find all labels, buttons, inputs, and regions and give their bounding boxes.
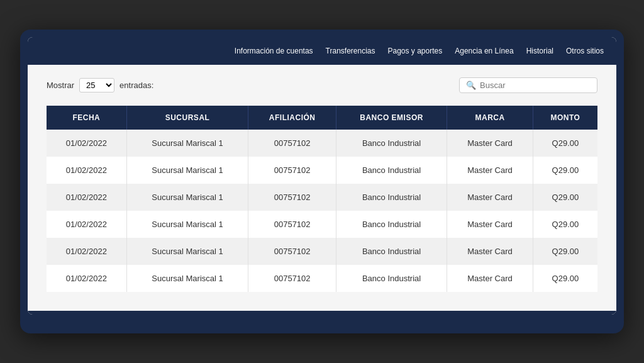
table-cell: 00757102 [248, 211, 336, 238]
table-cell: Banco Industrial [336, 238, 447, 265]
table-cell: 01/02/2022 [47, 130, 126, 157]
data-table: FECHASUCURSALAFILIACIÓNBANCO EMISORMARCA… [47, 106, 597, 292]
nav-item[interactable]: Transferencias [326, 47, 375, 55]
table-cell: 00757102 [248, 265, 336, 292]
table-cell: Master Card [447, 265, 533, 292]
table-cell: Q29.00 [533, 184, 597, 211]
table-cell: 00757102 [248, 184, 336, 211]
entries-select[interactable]: 25 50 100 [79, 78, 114, 92]
table-cell: 01/02/2022 [47, 184, 126, 211]
nav-item[interactable]: Otros sitios [566, 47, 604, 55]
entries-label: entradas: [119, 81, 153, 90]
table-header-cell: AFILIACIÓN [248, 106, 336, 130]
table-cell: Q29.00 [533, 211, 597, 238]
table-cell: 00757102 [248, 157, 336, 184]
table-cell: 00757102 [248, 238, 336, 265]
table-cell: Banco Industrial [336, 265, 447, 292]
table-header-cell: MONTO [533, 106, 597, 130]
table-cell: Banco Industrial [336, 211, 447, 238]
screen: Información de cuentasTransferenciasPago… [28, 37, 616, 315]
laptop-base [28, 311, 616, 315]
table-row: 01/02/2022Sucursal Mariscal 100757102Ban… [47, 265, 597, 292]
table-header-cell: FECHA [47, 106, 126, 130]
table-cell: Sucursal Mariscal 1 [126, 238, 248, 265]
table-cell: 01/02/2022 [47, 265, 126, 292]
nav-item[interactable]: Historial [526, 47, 553, 55]
table-row: 01/02/2022Sucursal Mariscal 100757102Ban… [47, 157, 597, 184]
table-header-cell: MARCA [447, 106, 533, 130]
table-row: 01/02/2022Sucursal Mariscal 100757102Ban… [47, 211, 597, 238]
show-entries-control: Mostrar 25 50 100 entradas: [47, 78, 153, 92]
table-cell: 01/02/2022 [47, 157, 126, 184]
nav-bar: Información de cuentasTransferenciasPago… [28, 37, 616, 65]
nav-item[interactable]: Información de cuentas [235, 47, 313, 55]
table-row: 01/02/2022Sucursal Mariscal 100757102Ban… [47, 238, 597, 265]
table-cell: Banco Industrial [336, 157, 447, 184]
toolbar: Mostrar 25 50 100 entradas: 🔍 [47, 77, 597, 93]
table-header-cell: BANCO EMISOR [336, 106, 447, 130]
search-icon: 🔍 [466, 81, 476, 90]
table-cell: 01/02/2022 [47, 211, 126, 238]
table-cell: Master Card [447, 130, 533, 157]
table-cell: Master Card [447, 184, 533, 211]
table-cell: Sucursal Mariscal 1 [126, 157, 248, 184]
table-cell: 01/02/2022 [47, 238, 126, 265]
table-cell: Sucursal Mariscal 1 [126, 265, 248, 292]
table-row: 01/02/2022Sucursal Mariscal 100757102Ban… [47, 130, 597, 157]
laptop-frame: Información de cuentasTransferenciasPago… [20, 30, 624, 333]
table-row: 01/02/2022Sucursal Mariscal 100757102Ban… [47, 184, 597, 211]
main-content: Mostrar 25 50 100 entradas: 🔍 F [28, 65, 616, 311]
table-cell: Master Card [447, 238, 533, 265]
table-cell: Sucursal Mariscal 1 [126, 211, 248, 238]
table-cell: Sucursal Mariscal 1 [126, 130, 248, 157]
nav-item[interactable]: Pagos y aportes [388, 47, 443, 55]
nav-item[interactable]: Agencia en Línea [455, 47, 513, 55]
table-header-cell: SUCURSAL [126, 106, 248, 130]
table-cell: Sucursal Mariscal 1 [126, 184, 248, 211]
table-header-row: FECHASUCURSALAFILIACIÓNBANCO EMISORMARCA… [47, 106, 597, 130]
search-box: 🔍 [459, 77, 597, 93]
table-cell: 00757102 [248, 130, 336, 157]
table-cell: Master Card [447, 211, 533, 238]
table-cell: Master Card [447, 157, 533, 184]
table-cell: Q29.00 [533, 157, 597, 184]
table-cell: Banco Industrial [336, 184, 447, 211]
table-cell: Q29.00 [533, 238, 597, 265]
table-head: FECHASUCURSALAFILIACIÓNBANCO EMISORMARCA… [47, 106, 597, 130]
search-input[interactable] [480, 81, 591, 90]
table-cell: Q29.00 [533, 130, 597, 157]
show-label: Mostrar [47, 81, 74, 90]
table-cell: Q29.00 [533, 265, 597, 292]
table-body: 01/02/2022Sucursal Mariscal 100757102Ban… [47, 130, 597, 292]
table-cell: Banco Industrial [336, 130, 447, 157]
